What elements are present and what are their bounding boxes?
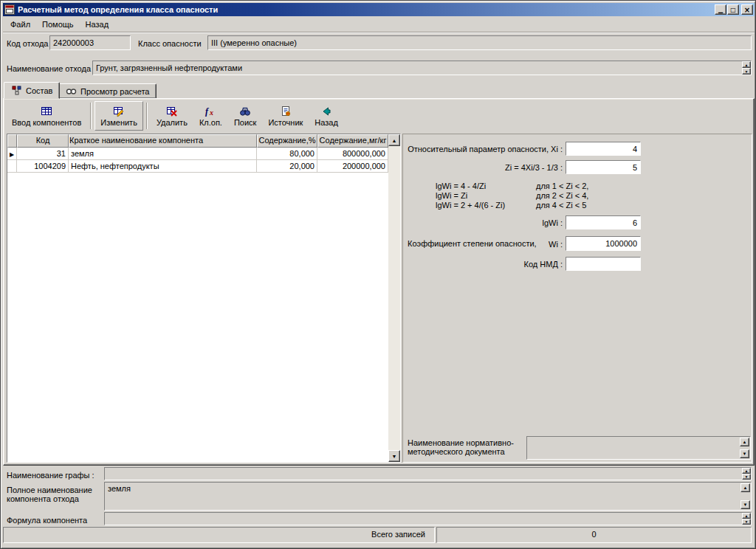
delete-button[interactable]: Удалить	[151, 101, 193, 131]
xi-field[interactable]	[566, 142, 641, 156]
tab-composition[interactable]: Состав	[4, 82, 60, 99]
hazard-class-field[interactable]	[207, 35, 752, 50]
column-name-label: Наименование графы :	[7, 470, 94, 480]
scroll-up-icon[interactable]: ▲	[388, 134, 400, 146]
current-row-pointer-icon: ▶	[10, 151, 14, 158]
scroll-up-icon[interactable]: ▲	[740, 483, 750, 492]
cell-mgkg[interactable]: 200000,000	[317, 160, 388, 173]
hazard-class-button-label: Кл.оп.	[199, 118, 222, 127]
table-row[interactable]: ▶ 31 земля 80,000 800000,000	[7, 148, 400, 160]
minimize-button[interactable]: ▁	[715, 4, 726, 15]
maximize-button[interactable]: □	[727, 4, 739, 15]
enter-components-button[interactable]: Ввод компонентов	[6, 101, 87, 131]
scroll-down-icon[interactable]: ▼	[740, 500, 750, 509]
grid-header-percent: Содержание,%	[257, 134, 317, 148]
component-formula-label: Формула компонента	[7, 515, 87, 525]
spin-up-icon[interactable]: ▲	[742, 468, 751, 474]
cell-code[interactable]: 1004209	[17, 160, 69, 173]
spin-down-icon[interactable]: ▼	[742, 519, 751, 525]
svg-text:x: x	[209, 108, 213, 117]
delete-icon	[166, 106, 178, 117]
back-arrow-icon	[320, 106, 332, 117]
waste-code-field[interactable]	[49, 35, 131, 50]
source-button[interactable]: Источник	[262, 101, 309, 131]
nmd-code-field[interactable]	[566, 257, 641, 271]
enter-components-label: Ввод компонентов	[12, 118, 81, 127]
edit-icon	[113, 106, 125, 117]
grid-header-indicator	[7, 134, 17, 148]
wi-field[interactable]	[566, 236, 641, 251]
formula-1-cond: для 1 < Zi < 2,	[536, 182, 588, 191]
full-component-name-field[interactable]: земля ▲ ▼	[104, 482, 752, 511]
statusbar-total-label-panel: Всего записей	[3, 527, 435, 543]
fx-icon: f x	[205, 106, 216, 117]
doc-name-label-line2: методического документа	[408, 447, 505, 457]
window-title: Расчетный метод определения класса опасн…	[18, 5, 218, 14]
scroll-down-icon[interactable]: ▼	[740, 449, 749, 458]
hazard-class-button[interactable]: f x Кл.оп.	[193, 101, 228, 131]
tab-view-calc-label: Просмотр расчета	[80, 87, 149, 96]
doc-name-field[interactable]: ▲ ▼	[526, 436, 751, 460]
menu-back[interactable]: Назад	[80, 18, 115, 31]
app-window: Расчетный метод определения класса опасн…	[0, 0, 756, 549]
table-row[interactable]: 1004209 Нефть, нефтепродукты 20,000 2000…	[7, 160, 400, 173]
grid-header-row: Код Краткое наименование компонента Соде…	[7, 134, 400, 148]
calculation-panel: Относительный параметр опасности, Xi : Z…	[402, 134, 752, 463]
hazard-class-label: Класс опасности	[138, 38, 202, 49]
lgwi-field[interactable]	[566, 215, 641, 229]
full-component-name-value: земля	[108, 484, 131, 493]
search-button[interactable]: Поиск	[228, 101, 262, 131]
scroll-up-icon[interactable]: ▲	[740, 438, 749, 446]
svg-text:f: f	[205, 106, 209, 117]
total-records-value: 0	[591, 530, 596, 539]
component-formula-spinner: ▲ ▼	[742, 513, 751, 525]
grid-header-name: Краткое наименование компонента	[69, 134, 257, 148]
cell-code[interactable]: 31	[17, 148, 69, 160]
source-icon	[280, 106, 292, 117]
wi-suffix-label: Wi :	[405, 239, 563, 249]
edit-button[interactable]: Изменить	[94, 101, 143, 131]
view-calc-icon	[66, 86, 77, 97]
waste-name-label: Наименование отхода	[7, 63, 91, 74]
close-button[interactable]: ×	[741, 4, 753, 15]
tab-composition-label: Состав	[26, 86, 52, 95]
spin-up-icon[interactable]: ▲	[742, 513, 751, 519]
source-label: Источник	[268, 118, 303, 127]
menu-bar: Файл Помощь Назад	[3, 16, 755, 32]
grid-vertical-scrollbar[interactable]: ▲ ▼	[388, 134, 400, 462]
menu-file[interactable]: Файл	[4, 18, 36, 31]
back-button[interactable]: Назад	[309, 101, 344, 131]
nmd-code-label: Код НМД :	[405, 259, 563, 269]
toolbar-separator	[90, 103, 92, 129]
grid-header-mgkg: Содержание,мг/кг	[317, 134, 388, 148]
grid-header-code: Код	[17, 134, 69, 148]
spin-up-icon[interactable]: ▲	[742, 61, 751, 68]
cell-mgkg[interactable]: 800000,000	[317, 148, 388, 160]
row-indicator	[7, 160, 17, 173]
spin-down-icon[interactable]: ▼	[742, 474, 751, 480]
edit-label: Изменить	[100, 118, 137, 127]
column-name-spinner: ▲ ▼	[742, 468, 751, 480]
scroll-down-icon[interactable]: ▼	[388, 450, 400, 462]
total-records-label: Всего записей	[371, 530, 425, 539]
search-icon	[239, 106, 251, 117]
spin-down-icon[interactable]: ▼	[742, 68, 751, 75]
row-indicator: ▶	[7, 148, 17, 160]
menu-divider	[3, 32, 755, 33]
component-formula-field[interactable]	[104, 512, 752, 525]
column-name-field[interactable]	[104, 467, 752, 480]
formula-2-cond: для 2 < Zi < 4,	[536, 191, 588, 201]
menu-help[interactable]: Помощь	[36, 18, 80, 31]
delete-label: Удалить	[157, 118, 188, 127]
cell-name[interactable]: Нефть, нефтепродукты	[69, 160, 257, 173]
toolbar: Ввод компонентов Изменить	[6, 101, 344, 132]
waste-name-field[interactable]	[92, 61, 752, 75]
title-bar: Расчетный метод определения класса опасн…	[3, 3, 755, 16]
cell-percent[interactable]: 80,000	[257, 148, 317, 160]
zi-field[interactable]	[566, 160, 641, 174]
xi-label: Относительный параметр опасности, Xi :	[405, 144, 563, 154]
table-icon	[41, 106, 52, 117]
tab-view-calc[interactable]: Просмотр расчета	[58, 83, 157, 99]
cell-percent[interactable]: 20,000	[257, 160, 317, 173]
cell-name[interactable]: земля	[69, 148, 257, 160]
